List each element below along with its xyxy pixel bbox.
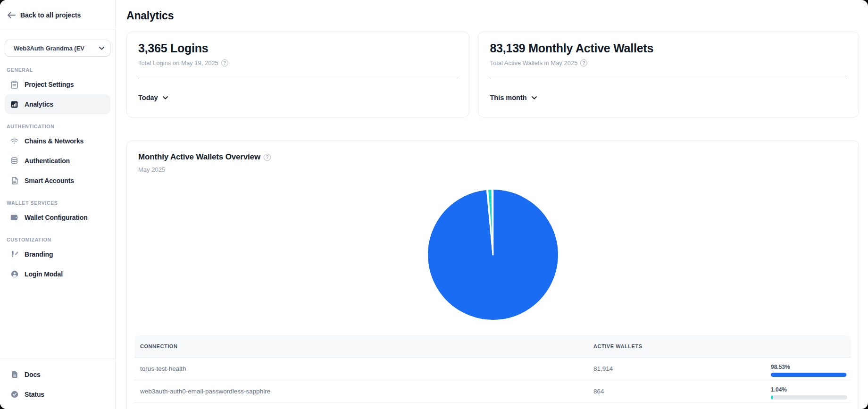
share-percent: 98.53% xyxy=(771,364,847,370)
main-content: Analytics 3,365 Logins Total Logins on M… xyxy=(116,0,868,409)
sidebar-item-status[interactable]: Status xyxy=(5,384,110,404)
sidebar: Back to all projects Web3Auth Grandma (E… xyxy=(0,0,116,409)
active-wallets-subtitle: Total Active Wallets in May 2025 xyxy=(490,59,577,67)
chart-title: Monthly Active Wallets Overview xyxy=(138,152,260,162)
chevron-down-icon xyxy=(99,47,104,50)
project-selector[interactable]: Web3Auth Grandma (EV xyxy=(5,40,110,57)
section-label-authentication: AUTHENTICATION xyxy=(7,124,110,129)
pie-chart-svg xyxy=(425,186,561,323)
sidebar-item-label: Wallet Configuration xyxy=(25,214,88,221)
sidebar-item-analytics[interactable]: Analytics xyxy=(5,94,110,114)
sidebar-footer: Docs Status xyxy=(0,359,115,409)
sidebar-item-label: Authentication xyxy=(25,157,70,165)
sidebar-item-branding[interactable]: Branding xyxy=(5,244,110,264)
back-to-projects-label: Back to all projects xyxy=(20,11,81,19)
logins-range-dropdown[interactable]: Today xyxy=(138,94,168,101)
sidebar-item-project-settings[interactable]: Project Settings xyxy=(5,75,110,94)
card-divider xyxy=(138,79,458,79)
help-icon[interactable]: ? xyxy=(221,59,228,67)
sidebar-nav: GENERAL Project Settings Analytics AUTHE… xyxy=(0,58,115,359)
table-row: torus-test-health 81,914 98.53% xyxy=(134,358,851,380)
help-icon[interactable]: ? xyxy=(264,154,271,161)
sidebar-item-label: Status xyxy=(25,391,44,398)
help-icon[interactable]: ? xyxy=(580,59,587,67)
user-circle-icon xyxy=(10,270,18,278)
active-wallets-range-dropdown[interactable]: This month xyxy=(490,94,536,101)
signal-icon xyxy=(10,137,18,145)
sidebar-item-label: Login Modal xyxy=(25,270,63,278)
back-to-projects-link[interactable]: Back to all projects xyxy=(0,0,115,30)
logins-range-value: Today xyxy=(138,94,158,101)
chevron-down-icon xyxy=(532,96,537,100)
connection-name: web3auth-auth0-email-passwordless-sapphi… xyxy=(134,388,588,395)
share-bar xyxy=(771,373,847,377)
check-circle-icon xyxy=(10,391,18,399)
sidebar-item-label: Smart Accounts xyxy=(25,177,74,184)
sidebar-item-label: Chains & Networks xyxy=(25,137,83,145)
sidebar-item-label: Analytics xyxy=(25,100,53,108)
connections-table: CONNECTION ACTIVE WALLETS torus-test-hea… xyxy=(134,335,851,409)
table-row: web3auth-auth0-email-passwordless-sapphi… xyxy=(134,380,851,403)
active-wallets-headline: 83,139 Monthly Active Wallets xyxy=(490,42,847,55)
col-header-share xyxy=(771,335,851,357)
active-wallets-card: 83,139 Monthly Active Wallets Total Acti… xyxy=(478,32,859,117)
col-header-active-wallets: ACTIVE WALLETS xyxy=(588,335,771,357)
connection-name: torus-test-health xyxy=(134,365,588,372)
logins-card: 3,365 Logins Total Logins on May 19, 202… xyxy=(126,32,469,117)
sidebar-item-label: Docs xyxy=(25,371,41,378)
sidebar-item-smart-accounts[interactable]: Smart Accounts xyxy=(5,171,110,191)
share-percent: 1.04% xyxy=(771,386,847,393)
project-selector-value: Web3Auth Grandma (EV xyxy=(14,45,84,52)
page-title: Analytics xyxy=(126,9,859,22)
col-header-connection: CONNECTION xyxy=(134,335,588,357)
section-label-wallet-services: WALLET SERVICES xyxy=(7,200,110,206)
table-row: web3auth-google-sapphire 145 0.17% xyxy=(134,403,851,409)
pie-chart[interactable] xyxy=(134,186,851,323)
section-label-general: GENERAL xyxy=(7,67,110,73)
database-icon xyxy=(10,157,18,165)
active-wallets-range-value: This month xyxy=(490,94,526,101)
sidebar-item-chains-networks[interactable]: Chains & Networks xyxy=(5,131,110,151)
analytics-icon xyxy=(10,100,18,109)
share-cell: 1.04% xyxy=(771,384,851,400)
card-divider xyxy=(490,79,847,79)
logins-headline: 3,365 Logins xyxy=(138,42,458,55)
app-window: Back to all projects Web3Auth Grandma (E… xyxy=(0,0,868,409)
section-label-customization: CUSTOMIZATION xyxy=(7,237,110,242)
wallets-overview-card: Monthly Active Wallets Overview ? May 20… xyxy=(126,141,859,409)
brush-icon xyxy=(10,250,18,259)
stat-cards-row: 3,365 Logins Total Logins on May 19, 202… xyxy=(126,32,859,117)
sidebar-item-label: Branding xyxy=(25,250,53,258)
sidebar-item-label: Project Settings xyxy=(25,81,74,88)
sidebar-item-docs[interactable]: Docs xyxy=(5,365,110,384)
sidebar-item-authentication[interactable]: Authentication xyxy=(5,151,110,171)
chevron-down-icon xyxy=(163,96,168,100)
active-wallets-value: 864 xyxy=(588,388,771,395)
sidebar-item-wallet-configuration[interactable]: Wallet Configuration xyxy=(5,208,110,227)
table-header: CONNECTION ACTIVE WALLETS xyxy=(134,335,851,358)
document-icon xyxy=(10,177,18,185)
logins-subtitle: Total Logins on May 19, 2025 xyxy=(138,59,218,67)
sidebar-item-login-modal[interactable]: Login Modal xyxy=(5,264,110,284)
clipboard-icon xyxy=(10,81,18,89)
chart-subtitle: May 2025 xyxy=(134,166,851,173)
docs-icon xyxy=(10,371,18,379)
share-cell: 98.53% xyxy=(771,361,851,377)
share-bar xyxy=(771,395,847,400)
share-cell: 0.17% xyxy=(771,406,851,409)
back-arrow-icon xyxy=(8,12,16,18)
active-wallets-value: 81,914 xyxy=(588,365,771,372)
wallet-icon xyxy=(10,214,18,222)
